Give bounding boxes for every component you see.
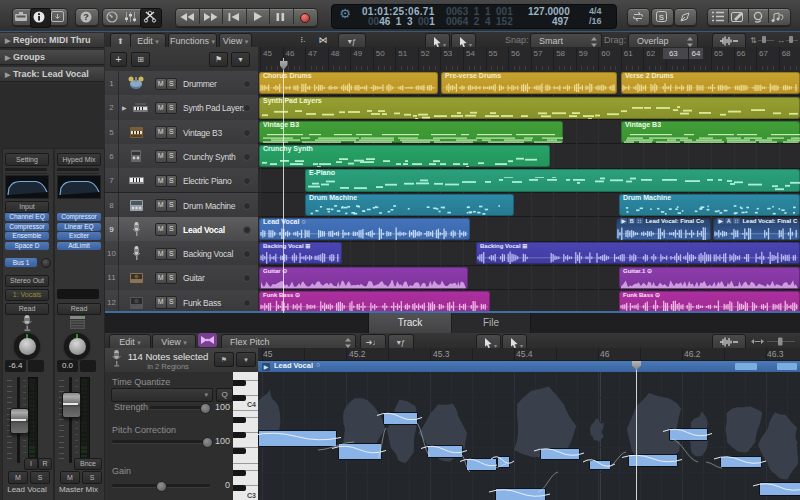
svg-text:?: ?	[83, 12, 89, 22]
svg-text:S: S	[659, 13, 665, 22]
